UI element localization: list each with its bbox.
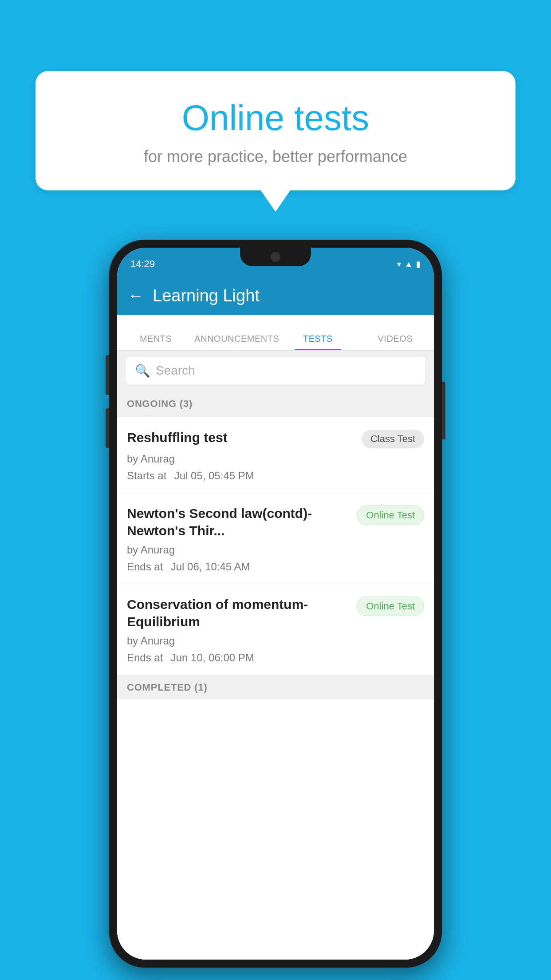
back-button[interactable]: ← xyxy=(128,286,144,305)
signal-icon: ▲ xyxy=(405,260,413,269)
test-meta-conservation: by Anurag xyxy=(127,635,424,647)
test-date-label-newtons: Ends at xyxy=(127,561,163,573)
test-author-reshuffling: by Anurag xyxy=(127,453,175,465)
test-name-newtons: Newton's Second law(contd)-Newton's Thir… xyxy=(127,505,352,539)
tab-videos[interactable]: VIDEOS xyxy=(357,334,434,350)
test-badge-reshuffling: Class Test xyxy=(362,430,424,448)
power-button xyxy=(442,382,445,439)
test-date-value-newtons: Jul 06, 10:45 AM xyxy=(171,561,250,573)
test-date-label-reshuffling: Starts at xyxy=(127,470,166,482)
test-date-reshuffling: Starts at Jul 05, 05:45 PM xyxy=(127,470,424,482)
test-badge-newtons: Online Test xyxy=(357,506,424,525)
phone-screen: 14:29 ▾ ▲ ▮ ← Learning Light MENTS xyxy=(117,248,434,960)
search-icon: 🔍 xyxy=(135,364,150,378)
tabs-bar: MENTS ANNOUNCEMENTS TESTS VIDEOS xyxy=(117,315,434,351)
battery-icon: ▮ xyxy=(416,259,421,269)
test-date-value-conservation: Jun 10, 06:00 PM xyxy=(171,652,254,664)
test-item-reshuffling[interactable]: Reshuffling test Class Test by Anurag St… xyxy=(117,417,434,493)
search-input-wrap[interactable]: 🔍 Search xyxy=(126,357,425,384)
search-container: 🔍 Search xyxy=(117,351,434,391)
app-bar: ← Learning Light xyxy=(117,276,434,315)
ongoing-label: ONGOING (3) xyxy=(127,398,193,410)
phone-shell: 14:29 ▾ ▲ ▮ ← Learning Light MENTS xyxy=(109,240,442,968)
phone-notch xyxy=(240,248,311,266)
test-date-conservation: Ends at Jun 10, 06:00 PM xyxy=(127,652,424,664)
tab-ments[interactable]: MENTS xyxy=(117,334,194,350)
volume-down-button xyxy=(106,408,109,448)
test-name-conservation: Conservation of momentum-Equilibrium xyxy=(127,596,352,630)
test-name-reshuffling: Reshuffling test xyxy=(127,429,357,446)
test-date-value-reshuffling: Jul 05, 05:45 PM xyxy=(174,470,254,482)
test-meta-reshuffling: by Anurag xyxy=(127,453,424,465)
test-item-newtons[interactable]: Newton's Second law(contd)-Newton's Thir… xyxy=(117,493,434,584)
ongoing-section-header: ONGOING (3) xyxy=(117,391,434,417)
tab-tests[interactable]: TESTS xyxy=(279,334,356,350)
test-date-newtons: Ends at Jul 06, 10:45 AM xyxy=(127,561,424,573)
test-badge-conservation: Online Test xyxy=(357,597,424,616)
test-item-conservation[interactable]: Conservation of momentum-Equilibrium Onl… xyxy=(117,584,434,675)
wifi-icon: ▾ xyxy=(397,259,401,269)
background: Online tests for more practice, better p… xyxy=(0,0,551,980)
phone-frame: 14:29 ▾ ▲ ▮ ← Learning Light MENTS xyxy=(109,240,442,968)
speech-bubble: Online tests for more practice, better p… xyxy=(35,71,516,190)
tab-announcements[interactable]: ANNOUNCEMENTS xyxy=(194,334,279,350)
test-meta-newtons: by Anurag xyxy=(127,544,424,556)
test-date-label-conservation: Ends at xyxy=(127,652,163,664)
status-time: 14:29 xyxy=(130,258,155,270)
content-area: Reshuffling test Class Test by Anurag St… xyxy=(117,417,434,960)
completed-section-header: COMPLETED (1) xyxy=(117,675,434,699)
test-author-newtons: by Anurag xyxy=(127,544,175,556)
camera-dot xyxy=(271,252,280,262)
bubble-subtitle: for more practice, better performance xyxy=(58,147,493,166)
test-author-conservation: by Anurag xyxy=(127,635,175,647)
search-placeholder: Search xyxy=(156,364,195,378)
bubble-title: Online tests xyxy=(58,98,493,138)
app-title: Learning Light xyxy=(153,286,260,305)
status-icons: ▾ ▲ ▮ xyxy=(397,259,421,269)
volume-up-button xyxy=(106,355,109,395)
completed-label: COMPLETED (1) xyxy=(127,682,208,693)
